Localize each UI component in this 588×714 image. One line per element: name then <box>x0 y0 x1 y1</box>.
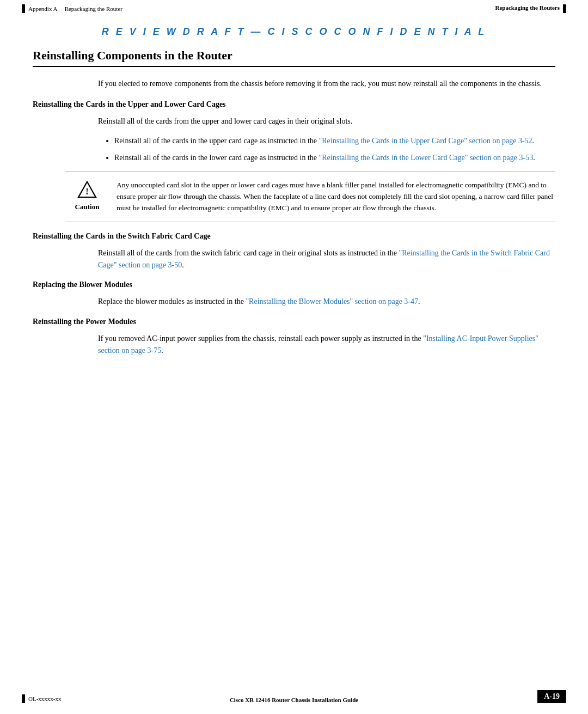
top-bar: Appendix A Repackaging the Router Repack… <box>0 0 588 15</box>
review-draft-banner: R E V I E W D R A F T — C I S C O C O N … <box>0 15 588 43</box>
list-item: Reinstall all of the cards in the upper … <box>114 135 555 147</box>
upper-card-cage-link[interactable]: "Reinstalling the Cards in the Upper Car… <box>319 137 532 145</box>
header-left: Appendix A Repackaging the Router <box>22 4 122 13</box>
blower-modules-link[interactable]: "Reinstalling the Blower Modules" sectio… <box>246 297 418 306</box>
footer-center: Cisco XR 12416 Router Chassis Installati… <box>230 697 358 703</box>
breadcrumb: Appendix A Repackaging the Router <box>28 5 122 12</box>
lower-card-cage-link[interactable]: "Reinstalling the Cards in the Lower Car… <box>319 154 534 162</box>
bullet-list-upper-lower: Reinstall all of the cards in the upper … <box>114 135 555 164</box>
caution-label: Caution <box>75 203 100 211</box>
footer-left-text: OL-xxxxx-xx <box>28 695 62 702</box>
main-content: Reinstalling Components in the Router If… <box>0 43 588 386</box>
page-title: Reinstalling Components in the Router <box>33 48 555 67</box>
section-body-blower: Replace the blower modules as instructed… <box>98 296 555 308</box>
section-heading-power: Reinstalling the Power Modules <box>33 318 555 326</box>
section-body-power: If you removed AC-input power supplies f… <box>98 333 555 356</box>
right-bar-icon <box>563 4 566 13</box>
section-heading-blower: Replacing the Blower Modules <box>33 280 555 289</box>
caution-box: ! Caution Any unoccupied card slot in th… <box>65 172 555 222</box>
section-body-upper-lower: Reinstall all of the cards from the uppe… <box>98 115 555 127</box>
header-right: Repackaging the Routers <box>495 4 566 13</box>
footer: OL-xxxxx-xx Cisco XR 12416 Router Chassi… <box>0 690 588 703</box>
footer-left-bar-icon <box>22 694 25 703</box>
left-bar-icon <box>22 4 25 13</box>
caution-triangle-icon: ! <box>77 181 97 198</box>
header-right-text: Repackaging the Routers <box>495 4 560 11</box>
section-heading-upper-lower: Reinstalling the Cards in the Upper and … <box>33 100 555 109</box>
footer-right: A-19 <box>537 690 566 703</box>
caution-icon-col: ! Caution <box>65 180 109 211</box>
section-heading-switch-fabric: Reinstalling the Cards in the Switch Fab… <box>33 232 555 241</box>
page: Appendix A Repackaging the Router Repack… <box>0 0 588 714</box>
breadcrumb-part1: Appendix A <box>28 5 57 12</box>
breadcrumb-part2: Repackaging the Router <box>65 5 122 12</box>
section-body-switch-fabric: Reinstall all of the cards from the swit… <box>98 247 555 271</box>
svg-text:!: ! <box>85 187 88 196</box>
footer-left: OL-xxxxx-xx <box>22 694 62 703</box>
intro-paragraph: If you elected to remove components from… <box>98 78 555 89</box>
list-item: Reinstall all of the cards in the lower … <box>114 152 555 164</box>
review-draft-text: R E V I E W D R A F T — C I S C O C O N … <box>102 26 486 37</box>
caution-text: Any unoccupied card slot in the upper or… <box>117 180 555 214</box>
